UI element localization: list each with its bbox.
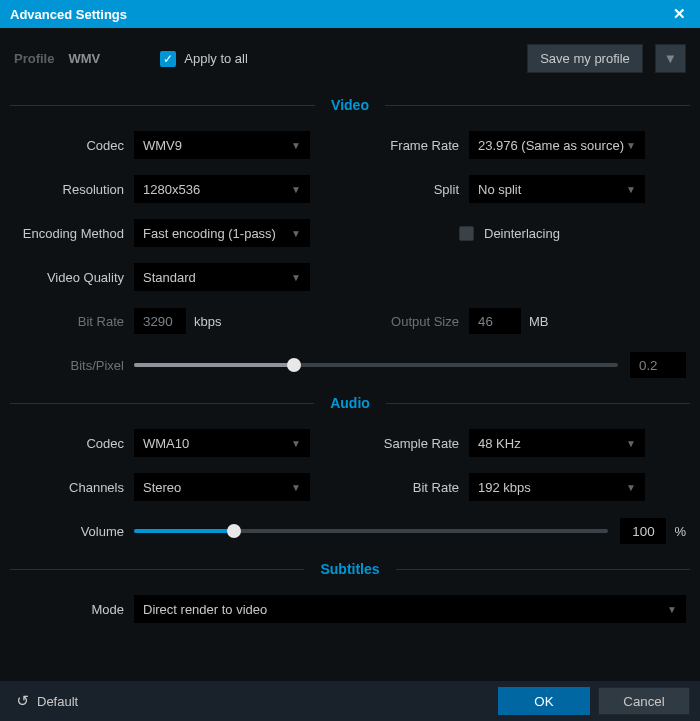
default-button[interactable]: ↻ Default bbox=[10, 688, 84, 714]
footer: ↻ Default OK Cancel bbox=[0, 681, 700, 721]
deinterlacing-checkbox[interactable] bbox=[459, 226, 474, 241]
sample-rate-label: Sample Rate bbox=[349, 436, 469, 451]
encoding-label: Encoding Method bbox=[14, 226, 134, 241]
chevron-down-icon: ▼ bbox=[291, 272, 301, 283]
output-size-unit: MB bbox=[529, 314, 549, 329]
save-profile-dropdown[interactable]: ▼ bbox=[655, 44, 686, 73]
audio-bitrate-select[interactable]: 192 kbps ▼ bbox=[469, 473, 645, 501]
chevron-down-icon: ▼ bbox=[291, 184, 301, 195]
bits-pixel-label: Bits/Pixel bbox=[14, 358, 134, 373]
chevron-down-icon: ▼ bbox=[291, 482, 301, 493]
sample-rate-select[interactable]: 48 KHz ▼ bbox=[469, 429, 645, 457]
frame-rate-select[interactable]: 23.976 (Same as source) ▼ bbox=[469, 131, 645, 159]
audio-codec-label: Codec bbox=[14, 436, 134, 451]
split-select[interactable]: No split ▼ bbox=[469, 175, 645, 203]
chevron-down-icon: ▼ bbox=[626, 140, 636, 151]
chevron-down-icon: ▼ bbox=[626, 184, 636, 195]
volume-input[interactable] bbox=[620, 518, 666, 544]
video-quality-label: Video Quality bbox=[14, 270, 134, 285]
subtitle-mode-label: Mode bbox=[14, 602, 134, 617]
volume-label: Volume bbox=[14, 524, 134, 539]
chevron-down-icon: ▼ bbox=[667, 604, 677, 615]
volume-slider[interactable] bbox=[134, 517, 608, 545]
subtitles-section-title: Subtitles bbox=[304, 561, 395, 577]
profile-name: WMV bbox=[68, 51, 100, 66]
audio-bitrate-label: Bit Rate bbox=[349, 480, 469, 495]
split-label: Split bbox=[349, 182, 469, 197]
video-codec-select[interactable]: WMV9 ▼ bbox=[134, 131, 310, 159]
subtitles-section-divider: Subtitles bbox=[10, 561, 690, 577]
video-section-divider: Video bbox=[10, 97, 690, 113]
bits-pixel-slider[interactable] bbox=[134, 351, 618, 379]
deinterlacing-label: Deinterlacing bbox=[484, 226, 560, 241]
video-bitrate-input[interactable] bbox=[134, 308, 186, 334]
video-section-title: Video bbox=[315, 97, 385, 113]
channels-select[interactable]: Stereo ▼ bbox=[134, 473, 310, 501]
subtitle-mode-select[interactable]: Direct render to video ▼ bbox=[134, 595, 686, 623]
chevron-down-icon: ▼ bbox=[626, 482, 636, 493]
chevron-down-icon: ▼ bbox=[626, 438, 636, 449]
video-codec-label: Codec bbox=[14, 138, 134, 153]
audio-codec-select[interactable]: WMA10 ▼ bbox=[134, 429, 310, 457]
video-quality-select[interactable]: Standard ▼ bbox=[134, 263, 310, 291]
video-bitrate-label: Bit Rate bbox=[14, 314, 134, 329]
volume-unit: % bbox=[674, 524, 686, 539]
close-icon[interactable]: ✕ bbox=[669, 5, 690, 23]
chevron-down-icon: ▼ bbox=[291, 140, 301, 151]
encoding-select[interactable]: Fast encoding (1-pass) ▼ bbox=[134, 219, 310, 247]
audio-section-divider: Audio bbox=[10, 395, 690, 411]
cancel-button[interactable]: Cancel bbox=[598, 687, 690, 715]
output-size-label: Output Size bbox=[349, 314, 469, 329]
save-profile-button[interactable]: Save my profile bbox=[527, 44, 643, 73]
bits-pixel-input[interactable] bbox=[630, 352, 686, 378]
video-bitrate-unit: kbps bbox=[194, 314, 221, 329]
channels-label: Channels bbox=[14, 480, 134, 495]
apply-all-label: Apply to all bbox=[184, 51, 248, 66]
titlebar: Advanced Settings ✕ bbox=[0, 0, 700, 28]
output-size-input[interactable] bbox=[469, 308, 521, 334]
frame-rate-label: Frame Rate bbox=[349, 138, 469, 153]
resolution-select[interactable]: 1280x536 ▼ bbox=[134, 175, 310, 203]
audio-section-title: Audio bbox=[314, 395, 386, 411]
apply-all-checkbox[interactable]: ✓ bbox=[160, 51, 176, 67]
ok-button[interactable]: OK bbox=[498, 687, 590, 715]
resolution-label: Resolution bbox=[14, 182, 134, 197]
reset-icon: ↻ bbox=[16, 692, 29, 710]
window-title: Advanced Settings bbox=[10, 7, 669, 22]
header-row: Profile WMV ✓ Apply to all Save my profi… bbox=[0, 28, 700, 83]
chevron-down-icon: ▼ bbox=[291, 438, 301, 449]
chevron-down-icon: ▼ bbox=[291, 228, 301, 239]
profile-label: Profile bbox=[14, 51, 54, 66]
